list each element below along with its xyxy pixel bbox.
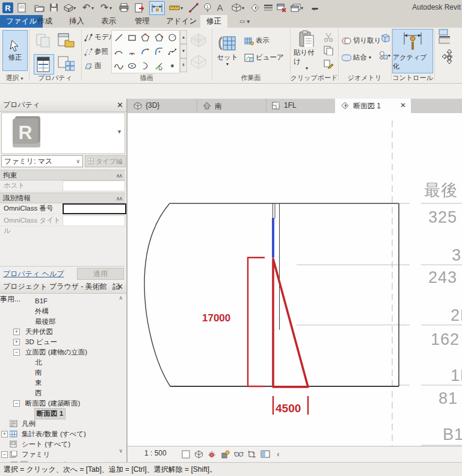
tree-item-legends[interactable]: 凡例 — [0, 419, 118, 429]
tab-addins[interactable]: アドイン — [160, 15, 203, 28]
paste-button[interactable]: 貼り付け ▾ — [294, 30, 320, 70]
project-browser-close-icon[interactable]: ✕ — [117, 280, 123, 293]
draw-arc-start-end-icon[interactable] — [112, 45, 125, 58]
redo-icon[interactable]: ↷ — [99, 2, 110, 13]
modify-button[interactable]: 修正 — [2, 30, 28, 71]
view-tab-section1[interactable]: 断面図 1 ✕ — [335, 99, 411, 113]
level-label-1f[interactable]: 1F — [451, 366, 462, 385]
tab-modify[interactable]: 修正 — [200, 15, 227, 28]
tree-item-sections[interactable]: −断面図 (建築断面) — [0, 398, 118, 409]
property-row-host[interactable]: ホスト — [0, 181, 125, 191]
switch-windows-icon[interactable] — [290, 2, 301, 13]
draw-circle-icon[interactable] — [166, 31, 179, 45]
draw-circumscribed-polygon-icon[interactable] — [152, 31, 165, 45]
drawing-canvas[interactable]: 17000 4500 最後 325 3F 243 2F 162 1F 81 B1 — [128, 113, 462, 446]
draw-tangent-arc-icon[interactable] — [139, 45, 152, 58]
expand-control-bar-icon[interactable]: ‹ — [273, 449, 283, 459]
property-row-omniclass-title[interactable]: OmniClass タイトル — [0, 215, 125, 226]
revit-logo-icon[interactable]: R — [2, 2, 13, 13]
draw-ellipse-icon[interactable] — [125, 59, 138, 73]
draw-inscribed-polygon-icon[interactable] — [139, 31, 152, 45]
draw-reference-button[interactable]: 参照 — [84, 47, 108, 56]
level-elevation-1f[interactable]: 81 — [439, 389, 458, 408]
apply-button[interactable]: 適用 — [77, 268, 124, 280]
copy-to-clipboard-icon[interactable] — [322, 45, 334, 57]
default-3d-view-icon[interactable] — [231, 2, 242, 13]
tree-item-elevations[interactable]: −立面図 (建物の立面) — [0, 347, 118, 357]
type-preview[interactable]: R ▼ — [1, 113, 125, 154]
preview-dropdown-icon[interactable]: ▼ — [117, 129, 122, 135]
render-dropdown-icon[interactable]: ▾ — [73, 5, 76, 11]
sun-path-icon[interactable] — [207, 449, 217, 459]
draw-rectangle-icon[interactable] — [125, 31, 138, 45]
panel-label-select[interactable]: 選択 ▾ — [0, 73, 29, 82]
tree-item-gaikou[interactable]: 外構 — [0, 306, 118, 317]
tree-item-ceiling-plans[interactable]: +天井伏図 — [0, 327, 118, 337]
level-label-3f[interactable]: 3F — [452, 246, 462, 265]
undo-icon[interactable]: ↶ — [81, 2, 92, 13]
tab-view[interactable]: 表示 — [95, 15, 122, 28]
dimension-icon[interactable] — [168, 2, 180, 13]
draw-point-icon[interactable] — [166, 59, 179, 73]
tree-item-south[interactable]: 南 — [0, 368, 118, 378]
properties-title-bar[interactable]: プロパティ ✕ — [0, 99, 126, 112]
view-tab-south[interactable]: 南 — [197, 99, 266, 113]
draw-partial-ellipse-icon[interactable] — [139, 59, 152, 73]
tab-manage[interactable]: 管理 — [129, 15, 156, 28]
crop-view-icon[interactable] — [247, 449, 257, 459]
draw-grid-scroll[interactable]: ▲▼⇟ — [180, 30, 187, 72]
section-icon[interactable] — [249, 2, 260, 13]
view-tab-3d[interactable]: {3D} — [128, 99, 197, 113]
in-place-mass-icon[interactable] — [188, 53, 209, 72]
default-3d-view-dropdown-icon[interactable]: ▾ — [242, 5, 244, 11]
thin-lines-icon[interactable] — [262, 2, 274, 13]
shadows-icon[interactable] — [220, 449, 230, 459]
tree-item-west[interactable]: 西 — [0, 388, 118, 398]
export-pdf-icon[interactable] — [134, 2, 145, 13]
section-identity[interactable]: 識別情報∧∧ — [0, 193, 125, 203]
workplane-show-button[interactable]: 表示 — [244, 36, 270, 45]
level-label-b1[interactable]: B1 — [443, 425, 462, 444]
family-types-icon[interactable] — [57, 54, 76, 73]
tree-item-east[interactable]: 東 — [0, 378, 118, 388]
tree-item-b1f[interactable]: B1F — [0, 296, 118, 306]
workplane-viewer-button[interactable]: ビューア — [244, 53, 284, 62]
activate-dimensions-button[interactable]: アクティブ化 — [392, 29, 433, 73]
tree-scroll-up-icon[interactable]: ∧ — [119, 295, 123, 301]
tree-item-schedules[interactable]: +集計表/数量 (すべて) — [0, 429, 118, 439]
tree-item-saigobu[interactable]: 最後部 — [0, 317, 118, 327]
tag-icon[interactable]: 1 — [202, 2, 214, 13]
show-mass-icon[interactable] — [188, 31, 209, 51]
aligned-dimension-icon[interactable] — [149, 1, 165, 15]
tree-item-north[interactable]: 北 — [0, 357, 118, 368]
properties-help-link[interactable]: プロパティ ヘルプ — [3, 269, 64, 279]
close-view-icon[interactable]: ✕ — [400, 101, 406, 110]
tab-insert[interactable]: 挿入 — [63, 15, 90, 28]
section-constraints[interactable]: 拘束∧∧ — [0, 170, 125, 181]
draw-pick-lines-icon[interactable] — [152, 59, 165, 73]
type-properties-icon[interactable] — [34, 31, 53, 51]
tree-item-sheets[interactable]: シート (すべて) — [0, 439, 118, 450]
join-geometry-button[interactable]: 結合▾ — [342, 53, 371, 62]
temporary-hide-isolate-icon[interactable] — [233, 449, 244, 459]
tree-item-section1[interactable]: 断面図 1 — [0, 409, 118, 419]
family-selector[interactable]: ファミリ: マス ∨ — [1, 155, 83, 167]
omniclass-number-input[interactable] — [63, 203, 126, 214]
draw-spline-points-icon[interactable] — [112, 59, 125, 73]
level-elevation-top[interactable]: 325 — [428, 208, 457, 227]
properties-palette-icon[interactable] — [34, 54, 54, 75]
visual-style-icon[interactable] — [194, 449, 204, 459]
switch-windows-dropdown-icon[interactable]: ▾ — [301, 5, 303, 11]
close-hidden-windows-icon[interactable] — [276, 2, 287, 13]
view-tab-1fl[interactable]: 1FL — [266, 99, 336, 113]
render-icon[interactable] — [63, 2, 74, 13]
move-icon[interactable] — [440, 52, 452, 64]
redo-dropdown-icon[interactable]: ▾ — [109, 5, 112, 11]
view-scale[interactable]: 1 : 500 — [144, 449, 167, 457]
draw-line-icon[interactable] — [112, 31, 125, 45]
align-icon[interactable] — [438, 30, 450, 42]
tree-scroll-down-icon[interactable]: ∨ — [119, 448, 123, 454]
level-elevation-3f[interactable]: 243 — [428, 268, 457, 287]
level-elevation-2f[interactable]: 162 — [431, 330, 460, 349]
customize-qat-icon[interactable]: ▬▾ — [309, 2, 321, 13]
